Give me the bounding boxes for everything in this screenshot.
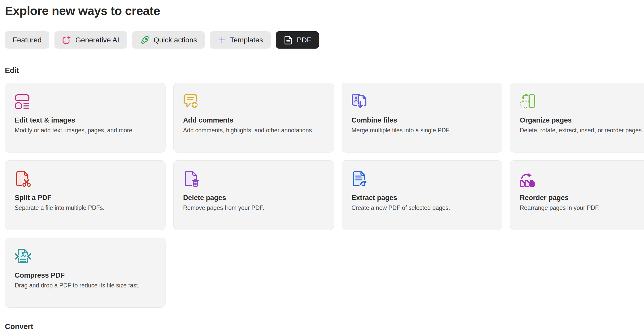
tab-pdf-label: PDF xyxy=(297,36,311,44)
card-combine-files[interactable]: Combine files Merge multiple files into … xyxy=(342,83,502,153)
card-description: Add comments, highlights, and other anno… xyxy=(183,127,324,134)
card-description: Create a new PDF of selected pages. xyxy=(351,204,492,211)
card-title: Reorder pages xyxy=(520,194,644,202)
reorder-pages-icon xyxy=(520,171,536,187)
card-description: Remove pages from your PDF. xyxy=(183,204,324,211)
card-title: Organize pages xyxy=(520,116,644,124)
generative-ai-icon xyxy=(62,35,72,45)
card-title: Delete pages xyxy=(183,194,324,202)
card-description: Merge multiple files into a single PDF. xyxy=(351,127,492,134)
tab-featured[interactable]: Featured xyxy=(5,31,49,49)
card-reorder-pages[interactable]: Reorder pages Rearrange pages in your PD… xyxy=(510,160,644,230)
card-title: Split a PDF xyxy=(15,194,156,202)
card-title: Edit text & images xyxy=(15,116,156,124)
card-add-comments[interactable]: Add comments Add comments, highlights, a… xyxy=(173,83,334,153)
tab-featured-label: Featured xyxy=(13,36,42,44)
card-extract-pages[interactable]: Extract pages Create a new PDF of select… xyxy=(342,160,502,230)
combine-files-icon xyxy=(351,93,368,110)
card-compress-pdf[interactable]: Compress PDF Drag and drop a PDF to redu… xyxy=(5,238,166,308)
tab-generative-ai-label: Generative AI xyxy=(75,36,119,44)
card-delete-pages[interactable]: Delete pages Remove pages from your PDF. xyxy=(173,160,334,230)
card-description: Delete, rotate, extract, insert, or reor… xyxy=(520,127,644,134)
card-organize-pages[interactable]: Organize pages Delete, rotate, extract, … xyxy=(510,83,644,153)
card-title: Combine files xyxy=(351,116,492,124)
plus-icon xyxy=(218,36,226,44)
delete-pages-icon xyxy=(183,171,200,187)
pdf-doc-icon xyxy=(284,35,293,45)
tab-quick-actions-label: Quick actions xyxy=(154,36,197,44)
card-description: Modify or add text, images, pages, and m… xyxy=(15,127,156,134)
card-split-pdf[interactable]: Split a PDF Separate a file into multipl… xyxy=(5,160,166,230)
tab-quick-actions[interactable]: Quick actions xyxy=(132,31,205,49)
edit-text-images-icon xyxy=(15,93,31,110)
card-title: Extract pages xyxy=(351,194,492,202)
tab-templates-label: Templates xyxy=(230,36,263,44)
tab-templates[interactable]: Templates xyxy=(210,31,271,49)
card-description: Separate a file into multiple PDFs. xyxy=(15,204,156,211)
edit-cards-grid: Edit text & images Modify or add text, i… xyxy=(5,83,644,308)
compress-pdf-icon xyxy=(15,248,31,265)
add-comments-icon xyxy=(183,93,200,110)
card-title: Compress PDF xyxy=(15,271,156,279)
organize-pages-icon xyxy=(520,93,536,110)
convert-section-heading: Convert xyxy=(5,322,644,331)
explore-create-page: Explore new ways to create Featured Gene… xyxy=(0,0,644,331)
card-title: Add comments xyxy=(183,116,324,124)
rocket-icon xyxy=(140,35,150,45)
split-pdf-icon xyxy=(15,171,31,187)
category-tabs: Featured Generative AI Qu xyxy=(5,31,644,49)
extract-pages-icon xyxy=(351,171,368,187)
tab-generative-ai[interactable]: Generative AI xyxy=(54,31,127,49)
card-description: Rearrange pages in your PDF. xyxy=(520,204,644,211)
edit-section-heading: Edit xyxy=(5,66,644,75)
card-description: Drag and drop a PDF to reduce its file s… xyxy=(15,282,156,289)
page-title: Explore new ways to create xyxy=(5,4,644,18)
tab-pdf[interactable]: PDF xyxy=(276,31,319,49)
card-edit-text-images[interactable]: Edit text & images Modify or add text, i… xyxy=(5,83,166,153)
